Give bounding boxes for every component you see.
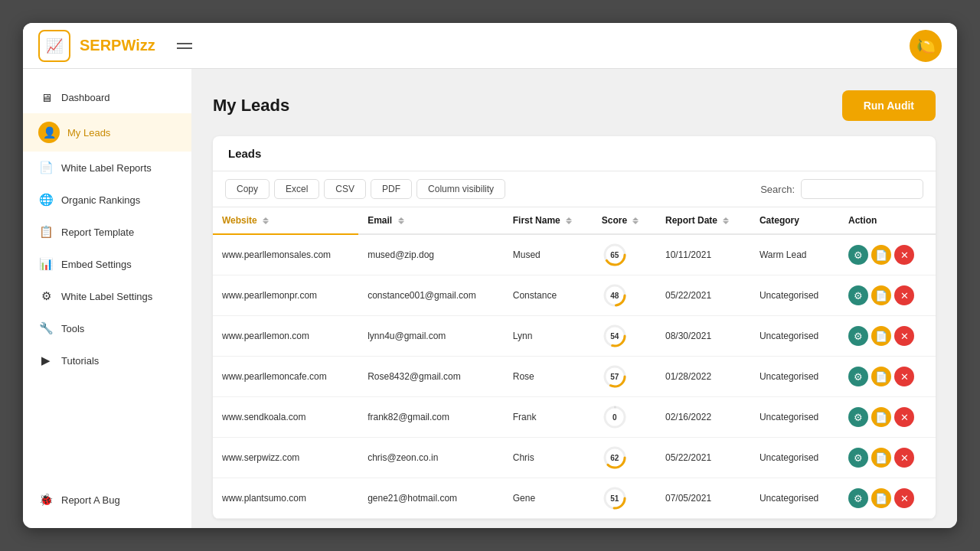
cell-score: 48 [593,276,656,316]
sidebar-label-white-label-settings: White Label Settings [61,291,152,302]
user-avatar[interactable]: 🍋 [910,30,942,62]
cell-score: 62 [593,438,656,478]
report-button-2[interactable]: 📄 [871,326,891,346]
hamburger-button[interactable] [177,43,192,49]
pdf-button[interactable]: PDF [371,179,412,199]
delete-button-2[interactable]: ✕ [894,326,914,346]
excel-button[interactable]: Excel [274,179,319,199]
score-badge-5: 62 [602,445,628,471]
action-icons-2: ⚙ 📄 ✕ [848,326,926,346]
csv-button[interactable]: CSV [324,179,366,199]
settings-button-1[interactable]: ⚙ [848,285,868,305]
header-right: 🍋 [910,30,942,62]
cell-email: chris@zeon.co.in [358,438,504,478]
action-icons-3: ⚙ 📄 ✕ [848,367,926,386]
sidebar-item-tutorials[interactable]: ▶ Tutorials [23,344,191,377]
score-badge-1: 48 [602,282,628,308]
sidebar-label-report-bug: Report A Bug [61,494,120,506]
report-button-1[interactable]: 📄 [871,285,891,305]
sidebar-label-dashboard: Dashboard [61,92,110,103]
cell-action: ⚙ 📄 ✕ [839,478,936,519]
cell-category: Uncategorised [750,357,839,397]
sidebar-item-white-label-reports[interactable]: 📄 White Label Reports [23,152,191,184]
action-icons-6: ⚙ 📄 ✕ [848,488,926,508]
cell-report-date: 05/22/2021 [656,276,750,316]
sidebar-item-embed-settings[interactable]: 📊 Embed Settings [23,248,191,280]
search-input[interactable] [801,179,923,199]
page-title: My Leads [213,96,289,116]
column-visibility-button[interactable]: Column visibility [416,179,505,199]
cell-report-date: 08/30/2021 [656,316,750,357]
cell-action: ⚙ 📄 ✕ [839,397,936,438]
col-header-first-name[interactable]: First Name [504,207,593,234]
delete-button-3[interactable]: ✕ [894,367,914,386]
cell-score: 65 [593,234,656,276]
globe-icon: 🌐 [38,192,54,207]
run-audit-button[interactable]: Run Audit [842,90,936,121]
logo-area: 📈 SERPWizz [38,30,192,62]
cell-action: ⚙ 📄 ✕ [839,316,936,357]
delete-button-1[interactable]: ✕ [894,285,914,305]
sidebar: 🖥 Dashboard 👤 My Leads 📄 White Label Rep… [23,69,191,528]
cell-report-date: 07/05/2021 [656,478,750,519]
cell-category: Uncategorised [750,438,839,478]
search-label: Search: [760,184,795,195]
settings-button-3[interactable]: ⚙ [848,367,868,386]
report-button-4[interactable]: 📄 [871,407,891,427]
sidebar-item-white-label-settings[interactable]: ⚙ White Label Settings [23,280,191,312]
sidebar-item-tools[interactable]: 🔧 Tools [23,312,191,344]
action-icons-1: ⚙ 📄 ✕ [848,285,926,305]
settings-button-5[interactable]: ⚙ [848,448,868,468]
report-button-3[interactable]: 📄 [871,367,891,386]
sidebar-item-my-leads[interactable]: 👤 My Leads [23,113,191,152]
cell-website: www.pearllemon.com [213,316,358,357]
settings-button-6[interactable]: ⚙ [848,488,868,508]
col-header-website[interactable]: Website [213,207,358,234]
table-header-row: Website Email [213,207,936,234]
report-button-6[interactable]: 📄 [871,488,891,508]
action-icons-5: ⚙ 📄 ✕ [848,448,926,468]
app-window: 📈 SERPWizz 🍋 🖥 Dashboard 👤 My Leads [23,23,957,528]
sidebar-label-tutorials: Tutorials [61,355,99,367]
cell-first-name: Rose [504,357,593,397]
sidebar-item-report-bug[interactable]: 🐞 Report A Bug [23,484,191,516]
table-row: www.sendkoala.com frank82@gmail.com Fran… [213,397,936,438]
delete-button-0[interactable]: ✕ [894,245,914,265]
copy-button[interactable]: Copy [225,179,270,199]
table-row: www.plantsumo.com gene21@hotmail.com Gen… [213,478,936,519]
monitor-icon: 🖥 [38,90,54,105]
sidebar-item-organic-rankings[interactable]: 🌐 Organic Rankings [23,184,191,216]
sidebar-item-report-template[interactable]: 📋 Report Template [23,216,191,248]
settings-button-0[interactable]: ⚙ [848,245,868,265]
sort-icon-email [398,217,404,224]
sidebar-item-dashboard[interactable]: 🖥 Dashboard [23,81,191,113]
sidebar-label-embed-settings: Embed Settings [61,259,132,270]
report-button-0[interactable]: 📄 [871,245,891,265]
cell-website: www.pearllemonpr.com [213,276,358,316]
cell-first-name: Frank [504,397,593,438]
delete-button-6[interactable]: ✕ [894,488,914,508]
cell-report-date: 05/22/2021 [656,438,750,478]
sort-icon-report-date [723,217,729,224]
main-content: My Leads Run Audit Leads Copy Excel CSV … [191,69,957,528]
delete-button-5[interactable]: ✕ [894,448,914,468]
report-button-5[interactable]: 📄 [871,448,891,468]
logo-name-primary: SERP [80,37,121,54]
cell-first-name: Mused [504,234,593,276]
leads-table-card: Leads Copy Excel CSV PDF Column visibili… [213,136,936,519]
template-icon: 📋 [38,224,54,240]
delete-button-4[interactable]: ✕ [894,407,914,427]
cell-report-date: 10/11/2021 [656,234,750,276]
score-badge-6: 51 [602,485,628,511]
settings-button-2[interactable]: ⚙ [848,326,868,346]
cell-website: www.sendkoala.com [213,397,358,438]
col-header-email[interactable]: Email [358,207,504,234]
cell-website: www.pearllemoncafe.com [213,357,358,397]
table-toolbar: Copy Excel CSV PDF Column visibility Sea… [213,171,936,207]
col-header-score[interactable]: Score [593,207,656,234]
toolbar-buttons: Copy Excel CSV PDF Column visibility [225,179,505,199]
col-header-report-date[interactable]: Report Date [656,207,750,234]
logo-text: SERPWizz [80,37,155,54]
settings-button-4[interactable]: ⚙ [848,407,868,427]
sort-icon-first-name [566,217,572,224]
